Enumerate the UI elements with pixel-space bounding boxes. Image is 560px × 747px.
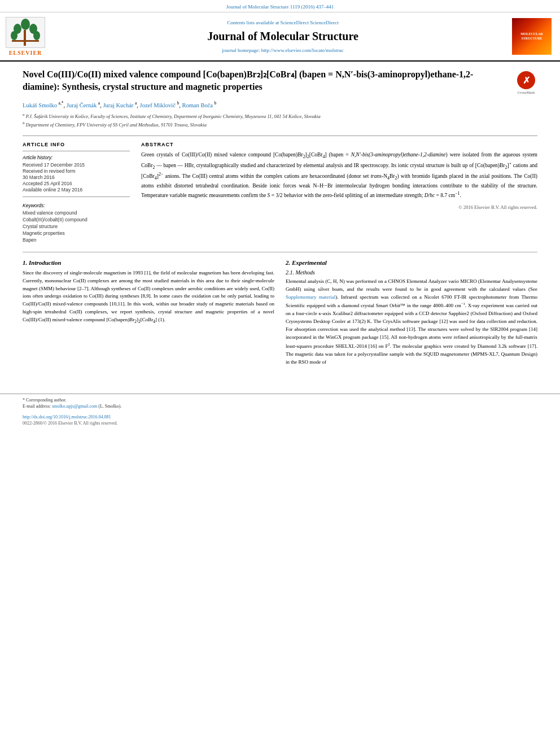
experimental-text: Elemental analysis (C, H, N) was perform… [286, 278, 537, 366]
corresponding-author-note: * Corresponding author. [23, 397, 537, 403]
body-content: 1. Introduction Since the discovery of s… [23, 259, 537, 371]
article-title-section: Novel Co(III)/Co(II) mixed valence compo… [23, 68, 537, 95]
keyword-2: Cobalt(III)/cobalt(II) compound [23, 217, 130, 222]
abstract-text: Green crystals of Co(III)/Co(II) mixed v… [141, 151, 537, 200]
cover-text: MOLECULARSTRUCTURE [519, 31, 544, 42]
svg-rect-6 [24, 30, 26, 46]
doi-link[interactable]: http://dx.doi.org/10.1016/j.molstruc.201… [23, 414, 537, 420]
available-date: Available online 2 May 2016 [23, 187, 130, 193]
revised-date: 30 March 2016 [23, 174, 130, 180]
footer: * Corresponding author. E-mail address: … [0, 394, 560, 426]
crossmark-badge[interactable]: ✗ CrossMark [515, 71, 537, 95]
author-5: Roman Boča [182, 102, 213, 108]
svg-point-4 [11, 31, 18, 40]
journal-title: Journal of Molecular Structure [207, 30, 358, 43]
copyright-notice: © 2016 Elsevier B.V. All rights reserved… [141, 204, 537, 210]
svg-rect-7 [12, 40, 39, 42]
page: Journal of Molecular Structure 1119 (201… [0, 0, 560, 747]
abstract-header: ABSTRACT [141, 142, 537, 147]
elsevier-tree-logo [6, 17, 45, 48]
article-dates-box: Article history: Received 17 December 20… [23, 151, 130, 197]
elsevier-name: ELSEVIER [9, 50, 42, 56]
journal-header: ELSEVIER Contents lists available at Sci… [0, 12, 560, 62]
sciencedirect-link: Contents lists available at ScienceDirec… [227, 20, 339, 25]
publisher-logo-area: ELSEVIER [6, 17, 56, 56]
keywords-section: Keywords: Mixed valence compound Cobalt(… [23, 203, 130, 243]
svg-point-1 [21, 19, 30, 30]
author-4: Jozef Miklovič [140, 102, 176, 108]
abstract-column: ABSTRACT Green crystals of Co(III)/Co(II… [141, 142, 537, 244]
author-2: Juraj Černák [67, 102, 97, 108]
authors: Lukáš Smolko a,*, Juraj Černák a, Juraj … [23, 101, 537, 108]
email-footnote: E-mail address: smolko.upjs@gmail.com (L… [23, 404, 537, 409]
methods-subheading: 2.1. Methods [286, 269, 537, 276]
author-1: Lukáš Smolko [23, 102, 57, 108]
section-divider [23, 252, 537, 252]
affiliation-b: b Department of Chemistry, FPV Universit… [23, 120, 537, 129]
keywords-label: Keywords: [23, 203, 130, 208]
received-date: Received 17 December 2015 [23, 162, 130, 168]
homepage-url[interactable]: http://www.elsevier.com/locate/molstruc [261, 47, 344, 53]
main-content: Novel Co(III)/Co(II) mixed valence compo… [0, 62, 560, 382]
author-3: Juraj Kuchár [103, 102, 133, 108]
info-abstract-section: Article Info Article history: Received 1… [23, 136, 537, 244]
introduction-text: Since the discovery of single-molecule m… [23, 269, 274, 325]
journal-cover-image: MOLECULARSTRUCTURE [509, 17, 554, 56]
supplementary-link[interactable]: Supplementary material [286, 294, 335, 300]
top-bar: Journal of Molecular Structure 1119 (201… [0, 0, 560, 12]
crossmark-icon: ✗ [517, 71, 535, 89]
elsevier-logo: ELSEVIER [6, 17, 45, 56]
accepted-date: Accepted 25 April 2016 [23, 181, 130, 186]
sciencedirect-brand[interactable]: ScienceDirect [310, 20, 338, 25]
article-info-column: Article Info Article history: Received 1… [23, 142, 130, 244]
journal-info-center: Contents lists available at ScienceDirec… [62, 17, 504, 56]
received-revised-label: Received in revised form [23, 168, 130, 174]
experimental-section: 2. Experimental 2.1. Methods Elemental a… [286, 259, 537, 371]
crossmark-label: CrossMark [517, 90, 535, 95]
svg-point-5 [33, 31, 40, 40]
journal-citation: Journal of Molecular Structure 1119 (201… [226, 4, 334, 10]
keyword-1: Mixed valence compound [23, 210, 130, 216]
issn-line: 0022-2860/© 2016 Elsevier B.V. All right… [23, 421, 537, 426]
article-info-header: Article Info [23, 142, 130, 147]
affiliation-a: a P.J. Šafárik University in Košice, Fac… [23, 112, 537, 120]
article-title: Novel Co(III)/Co(II) mixed valence compo… [23, 68, 509, 94]
keyword-4: Magnetic properties [23, 230, 130, 236]
keyword-3: Crystal structure [23, 224, 130, 229]
history-label: Article history: [23, 155, 130, 160]
author-email[interactable]: smolko.upjs@gmail.com [52, 404, 97, 409]
affiliations: a P.J. Šafárik University in Košice, Fac… [23, 112, 537, 129]
experimental-heading: 2. Experimental [286, 259, 537, 266]
cover-thumbnail: MOLECULARSTRUCTURE [512, 18, 552, 55]
introduction-section: 1. Introduction Since the discovery of s… [23, 259, 274, 371]
keyword-5: Bapen [23, 237, 130, 243]
journal-homepage: journal homepage: http://www.elsevier.co… [222, 47, 343, 53]
introduction-heading: 1. Introduction [23, 259, 274, 266]
